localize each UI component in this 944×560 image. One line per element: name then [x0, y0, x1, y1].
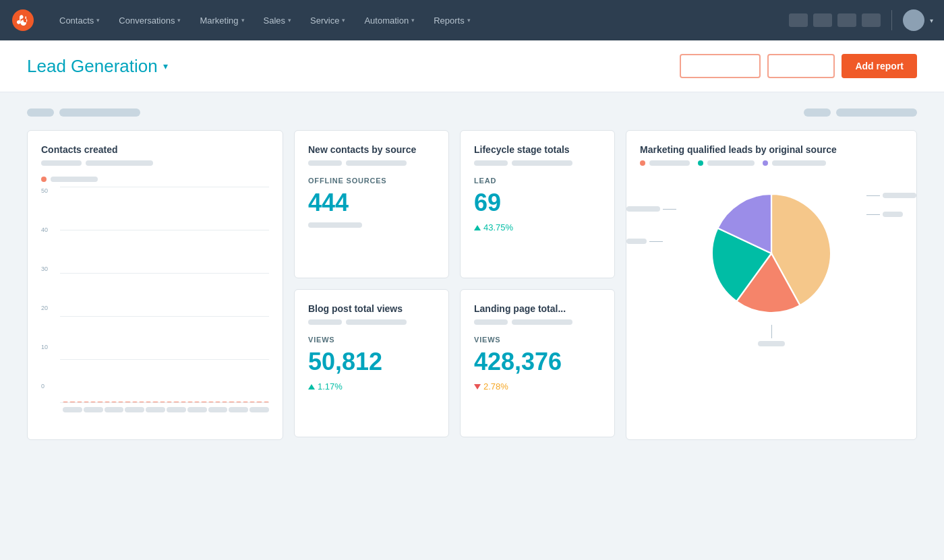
x-label-pill [105, 407, 124, 412]
gridline-40 [60, 230, 269, 230]
subtitle-pill-2 [86, 160, 153, 166]
blog-post-title: Blog post total views [308, 303, 435, 314]
callout-left-2 [626, 239, 676, 244]
ncs-subtitle [308, 160, 435, 166]
lifecycle-title: Lifecycle stage totals [474, 144, 601, 155]
right-col: Lifecycle stage totals LEAD 69 43.75% La… [460, 130, 615, 437]
mql-title: Marketing qualified leads by original so… [640, 144, 903, 155]
toolbar-right [804, 108, 917, 117]
nav-menu: Contacts ▾ Conversations ▾ Marketing ▾ S… [51, 10, 789, 31]
blog-views-label: VIEWS [308, 336, 435, 344]
nav-icon-btn-1[interactable] [789, 13, 808, 27]
nav-item-service[interactable]: Service ▾ [302, 10, 353, 31]
pie-callouts-left [626, 206, 676, 244]
page-title-chevron-icon: ▾ [163, 61, 168, 71]
toolbar-pill-3 [804, 108, 831, 117]
legend-dot-purple [763, 160, 768, 166]
gridline-50 [60, 187, 269, 187]
landing-change: 2.78% [474, 381, 601, 392]
legend-pill-3 [772, 160, 826, 166]
nav-icon-btn-4[interactable] [862, 13, 881, 27]
toolbar-pill-1 [27, 108, 54, 117]
landing-value: 428,376 [474, 348, 601, 376]
legend-dot [41, 177, 47, 182]
new-contacts-source-card: New contacts by source OFFLINE SOURCES 4… [294, 130, 449, 278]
chevron-down-icon: ▾ [96, 17, 100, 24]
x-axis [41, 407, 269, 412]
landing-views-label: VIEWS [474, 336, 601, 344]
contacts-created-title: Contacts created [41, 144, 269, 155]
mql-legend-item-3 [763, 160, 826, 166]
x-label-pill [167, 407, 186, 412]
mql-legend-item-2 [698, 160, 755, 166]
lifecycle-subtitle [474, 160, 601, 166]
up-arrow-icon [308, 384, 315, 390]
nav-divider [891, 10, 892, 30]
header-action-btn-1[interactable] [680, 54, 761, 78]
chevron-down-icon: ▾ [241, 17, 245, 24]
dashboard-toolbar [27, 108, 917, 117]
page-header: Lead Generation ▾ Add report [0, 40, 944, 92]
contacts-created-subtitle [41, 160, 269, 166]
ncs-underline [308, 222, 362, 228]
nav-icon-btn-2[interactable] [813, 13, 832, 27]
nav-icon-btn-3[interactable] [837, 13, 856, 27]
nav-item-reports[interactable]: Reports ▾ [425, 10, 479, 31]
nav-item-contacts[interactable]: Contacts ▾ [51, 10, 108, 31]
x-label-pill [125, 407, 144, 412]
navbar: Contacts ▾ Conversations ▾ Marketing ▾ S… [0, 0, 944, 40]
nav-item-conversations[interactable]: Conversations ▾ [111, 10, 189, 31]
x-label-pill [187, 407, 207, 412]
chevron-down-icon: ▾ [411, 17, 415, 24]
chevron-down-icon: ▾ [467, 17, 471, 24]
page-title[interactable]: Lead Generation ▾ [27, 56, 168, 77]
header-action-btn-2[interactable] [767, 54, 835, 78]
toolbar-pill-4 [836, 108, 917, 117]
lifecycle-value: 69 [474, 189, 601, 217]
landing-page-card: Landing page total... VIEWS 428,376 2.78… [460, 289, 615, 437]
chevron-down-icon: ▾ [177, 17, 181, 24]
avatar-chevron-icon: ▾ [930, 17, 933, 24]
callout-right-2 [866, 212, 916, 217]
x-label-pill [146, 407, 165, 412]
mql-legend [640, 160, 903, 168]
legend-pill-2 [707, 160, 755, 166]
landing-subtitle [474, 319, 601, 325]
nav-item-sales[interactable]: Sales ▾ [256, 10, 300, 31]
x-label-pill [84, 407, 103, 412]
mql-source-card: Marketing qualified leads by original so… [626, 130, 917, 440]
blog-post-card: Blog post total views VIEWS 50,812 1.17% [294, 289, 449, 437]
y-axis: 50 40 30 20 10 0 [41, 187, 48, 390]
toolbar-left [27, 108, 140, 117]
chevron-down-icon: ▾ [288, 17, 291, 24]
ncs-source-label: OFFLINE SOURCES [308, 177, 435, 185]
nav-item-automation[interactable]: Automation ▾ [356, 10, 423, 31]
cards-grid: Contacts created 50 40 30 20 10 0 [27, 130, 917, 440]
add-report-button[interactable]: Add report [842, 54, 917, 78]
down-arrow-icon [474, 384, 481, 390]
legend-dot-teal [698, 160, 703, 166]
nav-item-marketing[interactable]: Marketing ▾ [191, 10, 252, 31]
callout-left-1 [626, 206, 676, 212]
callout-bottom [758, 325, 785, 346]
chart-legend [41, 177, 269, 182]
lifecycle-stage-label: LEAD [474, 177, 601, 185]
contacts-created-card: Contacts created 50 40 30 20 10 0 [27, 130, 283, 440]
dashboard: Contacts created 50 40 30 20 10 0 [0, 92, 944, 560]
legend-pill-1 [649, 160, 690, 166]
lifecycle-stage-card: Lifecycle stage totals LEAD 69 43.75% [460, 130, 615, 278]
header-actions: Add report [680, 54, 917, 78]
nav-right-actions: ▾ [789, 9, 933, 31]
blog-change: 1.17% [308, 381, 435, 392]
new-contacts-source-title: New contacts by source [308, 144, 435, 155]
up-arrow-icon [474, 225, 481, 230]
gridline-10 [60, 359, 269, 360]
callout-right-1 [866, 193, 916, 198]
pie-callouts-right [866, 193, 916, 217]
avatar[interactable] [903, 9, 924, 31]
gridline-30 [60, 273, 269, 274]
subtitle-pill-1 [41, 160, 82, 166]
gridline-0 [60, 402, 269, 403]
bar-chart: 50 40 30 20 10 0 [41, 187, 269, 403]
blog-subtitle [308, 319, 435, 325]
